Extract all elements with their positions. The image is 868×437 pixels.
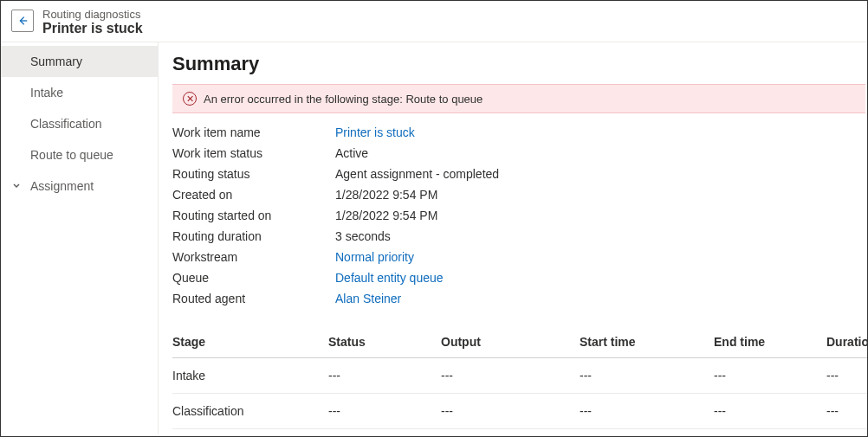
breadcrumb: Routing diagnostics [42,8,143,21]
property-row: Routing duration3 seconds [172,226,853,247]
property-value[interactable]: Alan Steiner [335,292,401,305]
column-header: Stage [172,335,328,349]
property-row: WorkstreamNormal priority [172,247,853,267]
column-header: Output [441,335,580,349]
sidebar-item-label: Summary [30,55,82,68]
property-row: Created on1/28/2022 9:54 PM [172,184,853,205]
property-value[interactable]: Printer is stuck [335,125,415,139]
sidebar-item-label: Intake [30,86,63,100]
property-value: Agent assignment - completed [335,167,499,181]
back-button[interactable] [11,10,34,32]
table-row: Route to queue✕Error---1/28/2022 9:54 PM… [172,429,867,434]
error-circle-icon: ✕ [183,92,197,106]
duration-cell: --- [826,369,867,382]
error-message: An error occurred in the following stage… [204,93,483,106]
column-header: Start time [580,335,714,349]
property-value: Active [335,146,368,160]
table-header-row: StageStatusOutputStart timeEnd timeDurat… [172,325,867,358]
table-row: Intake--------------- [172,358,867,394]
property-label: Workstream [172,250,335,264]
sidebar-item-label: Classification [30,117,101,131]
page-title: Printer is stuck [42,21,143,36]
property-value: 3 seconds [335,229,391,243]
property-label: Routing duration [172,229,335,243]
column-header: Status [328,335,441,349]
arrow-left-icon [16,15,29,27]
main-content: Summary ✕ An error occurred in the follo… [159,42,867,434]
property-row: Routing started on1/28/2022 9:54 PM [172,205,853,226]
output-cell: --- [441,404,580,418]
property-label: Routing status [172,167,335,181]
sidebar-item-classification[interactable]: Classification [1,108,158,139]
property-row: Routing statusAgent assignment - complet… [172,164,853,184]
table-row: Classification--------------- [172,394,867,429]
sidebar-item-route-to-queue[interactable]: Route to queue [1,139,158,170]
sidebar-item-summary[interactable]: Summary [1,46,158,77]
property-value[interactable]: Default entity queue [335,271,444,285]
property-label: Routing started on [172,209,335,222]
stage-cell: Classification [172,404,328,418]
status-text: --- [328,404,340,418]
start-cell: --- [580,404,714,418]
property-value: 1/28/2022 9:54 PM [335,188,437,202]
sidebar-item-intake[interactable]: Intake [1,77,158,108]
end-cell: --- [714,369,826,382]
output-cell: --- [441,369,580,382]
stage-table: StageStatusOutputStart timeEnd timeDurat… [172,325,867,434]
property-value[interactable]: Normal priority [335,250,414,264]
property-label: Work item status [172,146,335,160]
sidebar-item-label: Route to queue [30,148,113,162]
status-cell: --- [328,369,441,382]
stage-cell: Intake [172,369,328,382]
property-value: 1/28/2022 9:54 PM [335,209,437,222]
status-cell: --- [328,404,441,418]
property-label: Created on [172,188,335,202]
property-row: Routed agentAlan Steiner [172,288,853,309]
error-banner: ✕ An error occurred in the following sta… [172,84,865,113]
sidebar: SummaryIntakeClassificationRoute to queu… [1,42,159,434]
sidebar-item-label: Assignment [30,179,94,193]
start-cell: --- [580,369,714,382]
duration-cell: --- [826,404,867,418]
sidebar-item-assignment[interactable]: Assignment [1,170,158,202]
section-heading: Summary [172,53,867,75]
property-label: Queue [172,271,335,285]
property-label: Routed agent [172,292,335,305]
properties-list: Work item namePrinter is stuckWork item … [172,122,867,309]
status-text: --- [328,369,340,382]
page-header: Routing diagnostics Printer is stuck [1,1,867,42]
property-row: QueueDefault entity queue [172,267,853,288]
end-cell: --- [714,404,826,418]
chevron-down-icon [11,179,22,193]
property-row: Work item namePrinter is stuck [172,122,853,143]
property-row: Work item statusActive [172,143,853,164]
column-header: Duration [826,335,867,349]
property-label: Work item name [172,125,335,139]
column-header: End time [714,335,826,349]
